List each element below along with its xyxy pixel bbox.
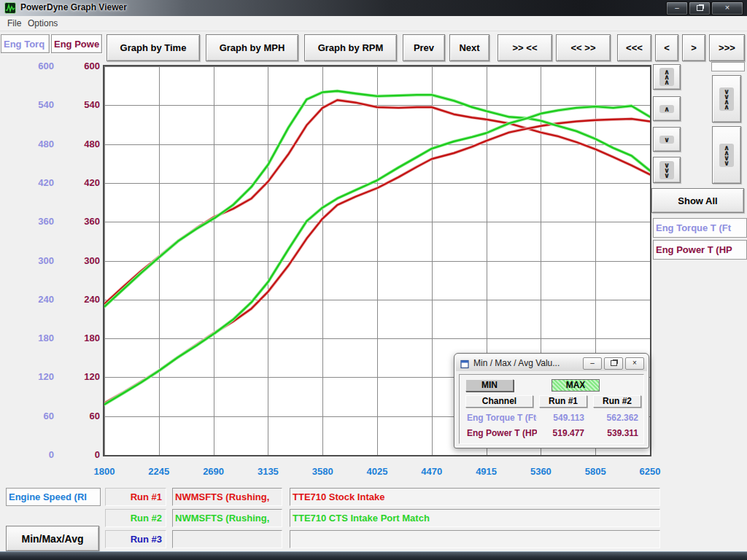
x-tick-3580: 3580	[299, 466, 346, 477]
down-chevron-icon: ∨	[664, 173, 670, 178]
legend-desc-field-1[interactable]: TTE710 Stock Intake	[290, 488, 660, 506]
popup-row-run2-value-1: 562.362	[593, 413, 638, 423]
up-chevron-icon: ∧	[664, 106, 670, 112]
min-max-avg-button[interactable]: Min/Max/Avg	[6, 526, 99, 551]
x-tick-6250: 6250	[627, 466, 673, 477]
y-tick-power-120: 120	[62, 371, 100, 382]
scroll-top-button-pad: ∧∧∧	[659, 68, 674, 86]
y-tick-torque-540: 540	[16, 99, 54, 110]
app-window: PowerDyne Graph Viewer –× File Options E…	[0, 0, 747, 560]
scroll-down-button-pad: ∨	[659, 136, 674, 144]
toolbar-button-graph-by-time[interactable]: Graph by Time	[107, 34, 200, 61]
y-tick-torque-180: 180	[16, 332, 54, 343]
popup-column-channel[interactable]: Channel	[465, 395, 533, 408]
popup-row-run1-value-2: 519.477	[539, 428, 584, 438]
legend-desc-field-3[interactable]	[290, 530, 660, 548]
legend-file-field-2[interactable]: NWMSFTS (Rushing,	[172, 509, 282, 527]
toolbar-button-graph-by-rpm[interactable]: Graph by RPM	[304, 34, 397, 61]
y-tick-power-360: 360	[62, 216, 100, 227]
restore-glyph	[611, 360, 617, 366]
popup-close-button[interactable]: ×	[625, 357, 644, 370]
popup-row-channel-2: Eng Power T (HP)	[467, 428, 537, 438]
y-tick-torque-240: 240	[16, 294, 54, 305]
up-chevron-icon: ∧	[724, 104, 729, 109]
channel-button-eng-torque[interactable]: Eng Torque T (Ft	[653, 218, 747, 238]
popup-title: Min / Max / Avg Valu...	[473, 358, 560, 368]
y-tick-torque-0: 0	[16, 449, 54, 460]
menu-options[interactable]: Options	[25, 18, 61, 29]
title-bar[interactable]: PowerDyne Graph Viewer –×	[0, 0, 747, 16]
toolbar-button-graph-by-mph[interactable]: Graph by MPH	[206, 34, 298, 61]
show-all-button[interactable]: Show All	[651, 188, 744, 213]
popup-restore-button[interactable]	[604, 357, 623, 370]
scroll-down-button[interactable]: ∨	[653, 127, 681, 152]
y-tick-power-300: 300	[62, 255, 100, 266]
y-tick-power-420: 420	[62, 177, 100, 188]
toolbar-button-next[interactable]: Next	[449, 34, 489, 61]
y-tick-power-240: 240	[62, 294, 100, 305]
popup-column-run2[interactable]: Run #2	[593, 395, 641, 408]
legend-run-label-2: Run #2	[105, 509, 166, 527]
popup-row-run1-value-1: 549.113	[539, 413, 584, 423]
y-axis-power-channel-button[interactable]: Eng Powe	[51, 34, 102, 53]
x-tick-2245: 2245	[136, 466, 182, 477]
y-tick-power-540: 540	[62, 99, 100, 110]
channel-button-eng-power[interactable]: Eng Power T (HP	[653, 240, 747, 260]
popup-column-run1[interactable]: Run #1	[539, 395, 587, 408]
y-tick-power-0: 0	[62, 449, 100, 460]
y-axis-torque-channel-button[interactable]: Eng Torq	[1, 34, 50, 53]
min-tab-button[interactable]: MIN	[465, 379, 514, 392]
x-tick-4915: 4915	[463, 466, 510, 477]
expand-y-range-button-pad: ∧∧∨∨	[719, 144, 734, 167]
collapse-y-range-button[interactable]: ∨∨∧∧	[712, 75, 741, 122]
toolbar-button-arrows[interactable]: >> <<	[498, 34, 552, 61]
legend-file-field-3[interactable]	[172, 530, 282, 548]
close-button[interactable]: ×	[711, 1, 743, 15]
popup-title-bar[interactable]: Min / Max / Avg Valu... –×	[456, 355, 647, 371]
window-bottom-frame	[0, 551, 747, 560]
restore-glyph	[697, 5, 703, 11]
x-tick-4025: 4025	[354, 466, 400, 477]
y-tick-torque-600: 600	[16, 61, 54, 71]
legend-run-label-1: Run #1	[105, 488, 166, 506]
down-chevron-icon: ∨	[664, 137, 670, 142]
y-tick-torque-360: 360	[16, 216, 54, 227]
popup-row-channel-1: Eng Torque T (Ft-	[467, 413, 537, 423]
scroll-up-button[interactable]: ∧	[653, 96, 681, 121]
x-tick-2690: 2690	[190, 466, 237, 477]
minimize-button[interactable]: –	[666, 1, 688, 15]
legend-run-label-3: Run #3	[105, 530, 166, 548]
collapse-y-range-button-pad: ∨∨∧∧	[719, 88, 734, 111]
popup-minimize-button[interactable]: –	[583, 357, 602, 370]
popup-row-run2-value-2: 539.311	[593, 428, 638, 438]
x-tick-5805: 5805	[572, 466, 619, 477]
popup-window-controls: –×	[583, 357, 644, 370]
restore-button[interactable]	[689, 1, 711, 15]
legend-desc-field-2[interactable]: TTE710 CTS Intake Port Match	[290, 509, 660, 527]
y-tick-torque-300: 300	[16, 255, 54, 266]
toolbar-button-arrows[interactable]: >>>	[709, 34, 745, 61]
y-tick-torque-120: 120	[16, 371, 54, 382]
menu-bar: File Options	[0, 16, 747, 31]
x-axis-channel-button[interactable]: Engine Speed (RI	[6, 488, 101, 506]
scroll-bottom-button[interactable]: ∨∨∨	[653, 157, 681, 183]
toolbar-button-prev[interactable]: Prev	[403, 34, 445, 61]
minmax-popup-window[interactable]: Min / Max / Avg Valu... –× MIN MAX Chann…	[454, 353, 649, 448]
toolbar-button-arrows[interactable]: >	[682, 34, 705, 61]
expand-y-range-button[interactable]: ∧∧∨∨	[712, 126, 741, 184]
menu-file[interactable]: File	[4, 18, 24, 29]
window-controls: –×	[666, 1, 743, 15]
toolbar-button-arrows[interactable]: << >>	[556, 34, 611, 61]
up-chevron-icon: ∧	[664, 79, 670, 85]
scroll-bottom-button-pad: ∨∨∨	[659, 161, 674, 179]
x-tick-3135: 3135	[244, 466, 291, 477]
toolbar-button-arrows[interactable]: <	[655, 34, 678, 61]
window-title: PowerDyne Graph Viewer	[20, 2, 127, 12]
legend-file-field-1[interactable]: NWMSFTS (Rushing,	[172, 488, 282, 506]
popup-body: MIN MAX Channel Run #1 Run #2 Eng Torque…	[459, 374, 644, 444]
x-tick-5360: 5360	[517, 466, 564, 477]
scroll-top-button[interactable]: ∧∧∧	[653, 64, 681, 90]
max-tab-button[interactable]: MAX	[551, 379, 600, 392]
y-tick-torque-480: 480	[16, 139, 54, 149]
toolbar-button-arrows[interactable]: <<<	[617, 34, 651, 61]
